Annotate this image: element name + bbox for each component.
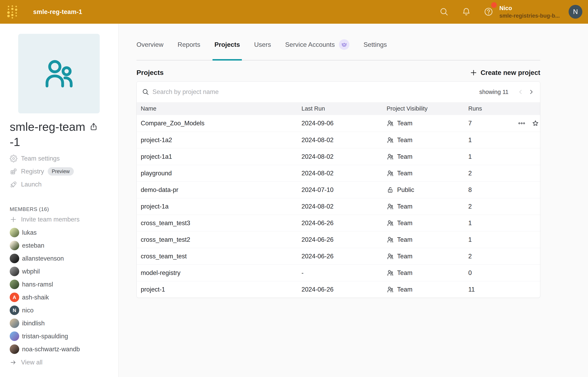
project-name[interactable]: project-1a — [141, 203, 301, 210]
member-row[interactable]: ibindlish — [10, 317, 118, 330]
arrow-right-icon — [10, 359, 17, 366]
wandb-logo-icon[interactable] — [7, 4, 18, 19]
create-new-project-button[interactable]: Create new project — [470, 69, 540, 77]
avatar[interactable]: N — [569, 5, 582, 19]
user-name: Nico — [499, 4, 560, 12]
next-page-chevron-icon[interactable] — [528, 89, 534, 95]
project-name[interactable]: project-1a2 — [141, 136, 301, 144]
member-row[interactable]: allanstevenson — [10, 252, 118, 265]
project-name[interactable]: playground — [141, 170, 301, 177]
team-visibility-icon — [387, 269, 394, 277]
project-last-run: 2024-07-10 — [301, 186, 387, 194]
view-all-button[interactable]: View all — [10, 356, 118, 369]
team-title: smle-reg-team-1 — [10, 119, 88, 150]
column-header: Project Visibility — [387, 105, 468, 112]
project-last-run: 2024-06-26 — [301, 253, 387, 260]
project-runs: 1 — [468, 153, 518, 160]
member-row[interactable]: A ash-shaik — [10, 291, 118, 304]
project-row[interactable]: playground 2024-08-02 Team 2 — [137, 165, 540, 181]
project-last-run: 2024-06-26 — [301, 236, 387, 243]
project-name[interactable]: cross_team_test2 — [141, 236, 301, 243]
table-body: Compare_Zoo_Models 2024-09-06 Team 7 pro… — [137, 115, 540, 298]
project-row[interactable]: cross_team_test2 2024-06-26 Team 1 — [137, 231, 540, 248]
project-visibility: Team — [387, 120, 468, 127]
column-header: Name — [141, 105, 301, 112]
sidebar-item-team-settings[interactable]: Team settings — [10, 152, 118, 165]
project-row[interactable]: project-1a1 2024-08-02 Team 1 — [137, 148, 540, 165]
project-runs: 0 — [468, 269, 518, 277]
project-name[interactable]: cross_team_test3 — [141, 220, 301, 227]
column-header: Runs — [468, 105, 518, 112]
project-name[interactable]: demo-data-pr — [141, 186, 301, 194]
plus-icon — [470, 69, 477, 77]
project-row[interactable]: cross_team_test 2024-06-26 Team 2 — [137, 248, 540, 264]
overflow-menu-icon[interactable] — [518, 120, 525, 127]
project-visibility: Public — [387, 186, 468, 194]
project-name[interactable]: project-1a1 — [141, 153, 301, 160]
project-name[interactable]: model-registry — [141, 269, 301, 277]
help-icon[interactable] — [484, 7, 493, 16]
project-runs: 1 — [468, 220, 518, 227]
team-visibility-icon — [387, 120, 394, 127]
project-row[interactable]: Compare_Zoo_Models 2024-09-06 Team 7 — [137, 115, 540, 132]
project-visibility: Team — [387, 253, 468, 260]
public-visibility-icon — [387, 186, 394, 194]
user-org: smle-registries-bug-b... — [499, 12, 560, 19]
project-name[interactable]: cross_team_test — [141, 253, 301, 260]
member-row[interactable]: noa-schwartz-wandb — [10, 343, 118, 356]
team-visibility-icon — [387, 203, 394, 210]
project-visibility: Team — [387, 153, 468, 160]
tab-users[interactable]: Users — [254, 41, 271, 60]
project-visibility: Team — [387, 269, 468, 277]
project-visibility: Team — [387, 220, 468, 227]
member-row[interactable]: tristan-spaulding — [10, 330, 118, 343]
project-row[interactable]: demo-data-pr 2024-07-10 Public 8 — [137, 181, 540, 198]
project-row[interactable]: model-registry - Team 0 — [137, 264, 540, 281]
search-icon[interactable] — [439, 7, 449, 16]
member-row[interactable]: esteban — [10, 239, 118, 252]
project-last-run: 2024-08-02 — [301, 153, 387, 160]
member-avatar — [10, 280, 19, 289]
share-icon[interactable] — [89, 122, 98, 131]
project-search-input[interactable] — [153, 88, 479, 95]
tab-service-accounts[interactable]: Service Accounts — [285, 41, 349, 60]
sidebar-item-launch[interactable]: Launch — [10, 178, 118, 191]
preview-badge: Preview — [48, 167, 74, 176]
project-row[interactable]: project-1a2 2024-08-02 Team 1 — [137, 132, 540, 148]
member-row[interactable]: N nico — [10, 304, 118, 317]
star-icon[interactable] — [532, 120, 539, 127]
team-visibility-icon — [387, 236, 394, 243]
project-row[interactable]: project-1 2024-06-26 Team 11 — [137, 281, 540, 298]
notifications-bell-icon[interactable] — [462, 7, 471, 16]
project-visibility: Team — [387, 170, 468, 177]
tab-reports[interactable]: Reports — [178, 41, 200, 60]
tab-overview[interactable]: Overview — [136, 41, 163, 60]
project-runs: 1 — [468, 136, 518, 144]
column-header: Last Run — [301, 105, 387, 112]
member-row[interactable]: lukas — [10, 226, 118, 239]
invite-team-members-button[interactable]: Invite team members — [10, 213, 118, 226]
plus-icon — [10, 216, 17, 223]
tab-bar: Overview Reports Projects Users Service … — [136, 41, 540, 60]
project-runs: 1 — [468, 236, 518, 243]
project-row[interactable]: project-1a 2024-08-02 Team 2 — [137, 198, 540, 215]
project-row[interactable]: cross_team_test3 2024-06-26 Team 1 — [137, 215, 540, 231]
prev-page-chevron-icon[interactable] — [517, 89, 524, 95]
team-visibility-icon — [387, 136, 394, 144]
user-block[interactable]: Nico smle-registries-bug-b... — [499, 4, 560, 20]
member-row[interactable]: hans-ramsl — [10, 278, 118, 291]
project-name[interactable]: Compare_Zoo_Models — [141, 120, 301, 127]
tab-settings[interactable]: Settings — [364, 41, 387, 60]
project-runs: 2 — [468, 203, 518, 210]
sidebar-item-registry[interactable]: Registry Preview — [10, 165, 118, 178]
member-avatar: N — [10, 306, 19, 315]
project-runs: 11 — [468, 286, 518, 293]
member-avatar — [10, 331, 19, 341]
notification-dot — [491, 2, 497, 8]
main-content: Overview Reports Projects Users Service … — [119, 24, 588, 377]
project-name[interactable]: project-1 — [141, 286, 301, 293]
tab-projects[interactable]: Projects — [214, 41, 240, 60]
member-list: lukas esteban allanstevenson wbphil hans… — [10, 226, 118, 356]
table-header: NameLast RunProject VisibilityRuns — [137, 102, 540, 115]
member-row[interactable]: wbphil — [10, 265, 118, 278]
